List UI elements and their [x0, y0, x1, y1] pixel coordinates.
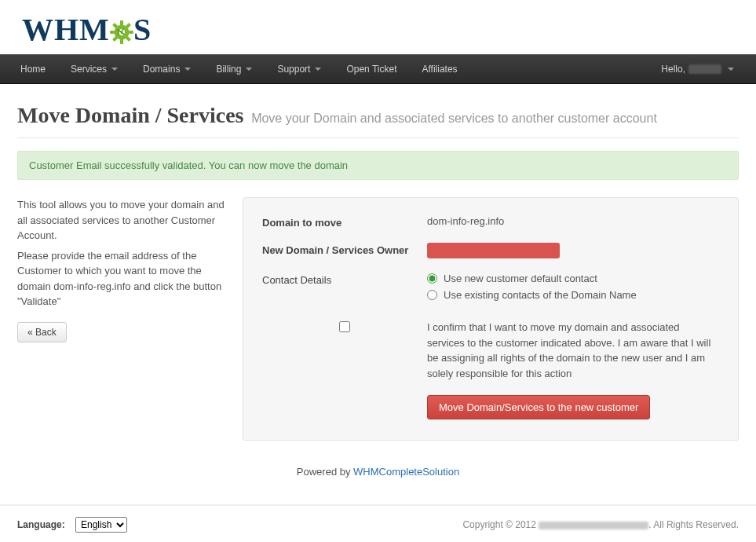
- logo-text-prefix: WHM: [22, 11, 110, 48]
- language-select[interactable]: English: [75, 517, 127, 533]
- logo-text-suffix: S: [133, 11, 152, 48]
- svg-rect-4: [129, 30, 133, 33]
- nav-greeting: Hello,: [661, 64, 685, 75]
- nav-affiliates[interactable]: Affiliates: [409, 54, 469, 84]
- alert-text: Customer Email successfully validated. Y…: [29, 159, 348, 171]
- nav-item-label: Affiliates: [422, 64, 457, 75]
- confirm-checkbox[interactable]: [339, 321, 350, 332]
- help-text-2: Please provide the email address of the …: [17, 248, 225, 309]
- chevron-down-icon: [315, 68, 321, 71]
- move-form-panel: Domain to move dom-info-reg.info New Dom…: [243, 197, 739, 441]
- domain-label: Domain to move: [262, 215, 427, 229]
- language-selector: Language: English: [17, 517, 127, 533]
- back-button[interactable]: « Back: [17, 322, 67, 342]
- nav-home[interactable]: Home: [8, 54, 58, 84]
- language-label: Language:: [17, 519, 65, 530]
- copyright-redacted: [539, 522, 648, 529]
- help-text-1: This tool allows you to move your domain…: [17, 197, 225, 244]
- nav-services[interactable]: Services: [58, 54, 130, 84]
- svg-rect-2: [120, 38, 123, 43]
- nav-item-label: Home: [20, 64, 46, 75]
- contact-existing-radio[interactable]: [427, 290, 437, 300]
- chevron-down-icon: [728, 68, 734, 71]
- chevron-down-icon: [246, 68, 252, 71]
- nav-item-label: Services: [71, 64, 107, 75]
- nav-open-ticket[interactable]: Open Ticket: [334, 54, 409, 84]
- owner-label: New Domain / Services Owner: [262, 243, 427, 256]
- contact-existing-label: Use existing contacts of the Domain Name: [444, 289, 637, 301]
- nav-left: Home Services Domains Billing Support Op…: [8, 54, 470, 84]
- chevron-down-icon: [111, 68, 118, 71]
- svg-rect-3: [110, 30, 115, 33]
- confirm-text: I confirm that I want to move my domain …: [427, 320, 719, 381]
- nav-user-menu[interactable]: Hello,: [661, 64, 748, 75]
- chevron-down-icon: [184, 68, 191, 71]
- nav-username-redacted: [688, 64, 721, 74]
- contact-label: Contact Details: [262, 273, 427, 286]
- page-subtitle: Move your Domain and associated services…: [251, 112, 657, 125]
- svg-rect-1: [120, 20, 123, 25]
- owner-value-redacted: ██████████████████: [427, 243, 560, 258]
- help-panel: This tool allows you to move your domain…: [17, 197, 225, 342]
- domain-value: dom-info-reg.info: [427, 215, 719, 227]
- powered-by: Powered by WHMCompleteSolution: [17, 441, 739, 496]
- logo: WHM: [22, 11, 756, 48]
- alert-success: Customer Email successfully validated. Y…: [17, 151, 739, 180]
- copyright-prefix: Copyright © 2012: [462, 519, 539, 530]
- nav-domains[interactable]: Domains: [130, 54, 203, 84]
- nav-billing[interactable]: Billing: [203, 54, 265, 84]
- nav-item-label: Open Ticket: [346, 64, 396, 75]
- page-header: Move Domain / Services Move your Domain …: [17, 103, 739, 138]
- copyright: Copyright © 2012 . All Rights Reserved.: [462, 519, 739, 530]
- powered-prefix: Powered by: [297, 466, 353, 478]
- logo-area: WHM: [0, 0, 756, 54]
- copyright-suffix: . All Rights Reserved.: [648, 519, 739, 530]
- nav-item-label: Support: [277, 64, 310, 75]
- gear-icon: [108, 16, 135, 43]
- contact-default-radio[interactable]: [427, 273, 437, 284]
- navbar: Home Services Domains Billing Support Op…: [0, 54, 756, 84]
- nav-item-label: Billing: [216, 64, 241, 75]
- nav-support[interactable]: Support: [265, 54, 334, 84]
- contact-default-label: Use new customer default contact: [444, 273, 597, 284]
- page-title: Move Domain / Services: [17, 103, 244, 127]
- powered-link[interactable]: WHMCompleteSolution: [353, 466, 459, 478]
- nav-item-label: Domains: [143, 64, 180, 75]
- move-submit-button[interactable]: Move Domain/Services to the new customer: [427, 395, 650, 419]
